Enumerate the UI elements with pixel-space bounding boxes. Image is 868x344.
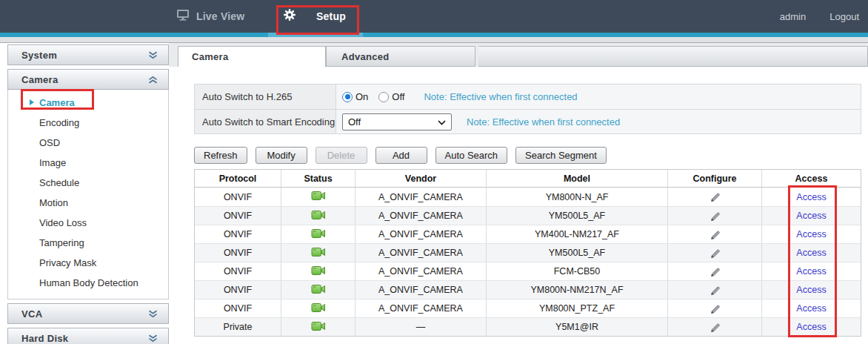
sidebar-item[interactable]: Schedule (8, 173, 168, 193)
add-button[interactable]: Add (375, 147, 427, 164)
cell-status (281, 318, 355, 336)
auto-search-button[interactable]: Auto Search (435, 147, 508, 164)
cell-access: Access (762, 207, 861, 225)
access-link[interactable]: Access (796, 266, 826, 277)
sidebar-section-system[interactable]: System (7, 44, 169, 65)
edit-pencil-icon[interactable] (710, 303, 721, 314)
section-label-system: System (21, 50, 57, 61)
chevron-double-down-icon (148, 334, 158, 343)
cell-configure (668, 281, 762, 299)
access-link[interactable]: Access (796, 303, 826, 314)
h265-label: Auto Switch to H.265 (195, 85, 336, 109)
sidebar-item[interactable]: Privacy Mask (8, 253, 168, 273)
sidebar-section-hard-disk[interactable]: Hard Disk (7, 328, 169, 344)
nav-setup[interactable]: Setup (284, 0, 346, 33)
nav-live-view[interactable]: Live View (176, 0, 244, 33)
cell-model: YM400L-NM217_AF (487, 225, 668, 243)
table-row: ONVIF (195, 206, 861, 225)
tabstrip-filler (478, 46, 868, 67)
cell-access: Access (762, 244, 861, 262)
sidebar-item[interactable]: Camera (8, 93, 168, 113)
cell-vendor: A_ONVIF_CAMERA (355, 225, 487, 243)
sidebar-item[interactable]: Image (8, 153, 168, 173)
access-link[interactable]: Access (796, 285, 826, 295)
edit-pencil-icon[interactable] (710, 191, 721, 202)
sidebar-item-label: Video Loss (39, 217, 87, 228)
cell-model: FCM-CB50 (487, 262, 668, 280)
sidebar-item-label: Camera (39, 97, 75, 108)
refresh-button[interactable]: Refresh (194, 147, 247, 164)
radio-off[interactable] (378, 92, 389, 102)
logout-button[interactable]: Logout (829, 11, 859, 22)
smart-encoding-value: Off (348, 116, 361, 128)
smart-encoding-note: Note: Effective when first connected (467, 116, 620, 128)
access-link[interactable]: Access (796, 322, 826, 332)
cell-protocol: ONVIF (195, 244, 281, 262)
radio-on-selected[interactable] (342, 92, 353, 102)
delete-button[interactable]: Delete (316, 147, 367, 164)
chevron-down-icon (438, 116, 446, 128)
sidebar-item-label: Schedule (39, 177, 79, 188)
table-row: ONVIF (195, 280, 861, 299)
section-label-vca: VCA (21, 308, 42, 320)
monitor-icon (176, 9, 190, 24)
table-row: Private (195, 317, 861, 336)
edit-pencil-icon[interactable] (710, 248, 721, 259)
camera-online-icon (311, 247, 326, 259)
cell-vendor: A_ONVIF_CAMERA (355, 188, 487, 206)
edit-pencil-icon[interactable] (710, 229, 721, 240)
table-header-row: Protocol Status Vendor Model Configure A… (195, 170, 861, 188)
sidebar-item[interactable]: Motion (8, 193, 168, 213)
edit-pencil-icon[interactable] (710, 266, 721, 277)
col-model: Model (487, 170, 668, 187)
cell-configure (668, 225, 762, 243)
camera-table: Protocol Status Vendor Model Configure A… (194, 169, 861, 337)
camera-online-icon (311, 321, 326, 334)
col-protocol: Protocol (195, 170, 281, 187)
sidebar-item-label: OSD (39, 137, 60, 148)
sidebar-item-label: Motion (39, 197, 68, 208)
cell-configure (668, 318, 762, 336)
h265-off-option[interactable]: Off (378, 91, 404, 102)
user-area: admin Logout (780, 0, 859, 33)
cell-vendor: A_ONVIF_CAMERA (355, 300, 487, 317)
smart-encoding-label: Auto Switch to Smart Encoding (195, 110, 336, 133)
cell-access: Access (762, 262, 861, 280)
search-segment-button[interactable]: Search Segment (515, 147, 607, 164)
sidebar-item[interactable]: Encoding (8, 113, 168, 133)
cell-protocol: Private (195, 318, 281, 336)
modify-button[interactable]: Modify (256, 147, 307, 164)
edit-pencil-icon[interactable] (710, 285, 721, 296)
camera-online-icon (311, 191, 326, 203)
access-link[interactable]: Access (796, 192, 826, 202)
access-link[interactable]: Access (796, 229, 826, 239)
col-vendor: Vendor (355, 170, 487, 187)
cell-protocol: ONVIF (195, 207, 281, 225)
camera-toolbar: Refresh Modify Delete Add Auto Search Se… (194, 147, 607, 164)
cell-protocol: ONVIF (195, 281, 281, 299)
cell-vendor: A_ONVIF_CAMERA (355, 281, 487, 299)
cell-status (281, 300, 355, 317)
edit-pencil-icon[interactable] (710, 322, 721, 333)
h265-on-option[interactable]: On (342, 91, 368, 102)
smart-encoding-select[interactable]: Off (342, 113, 452, 130)
cell-configure (668, 244, 762, 262)
h265-off-label: Off (392, 91, 404, 102)
cell-status (281, 188, 355, 206)
col-access: Access (762, 170, 861, 187)
sidebar-section-vca[interactable]: VCA (7, 303, 169, 324)
sidebar-section-camera[interactable]: Camera (7, 69, 169, 90)
sidebar-item[interactable]: OSD (8, 133, 168, 153)
sidebar-item-label: Human Body Detection (39, 277, 138, 288)
access-link[interactable]: Access (796, 211, 826, 221)
tab-advanced[interactable]: Advanced (326, 46, 475, 67)
tab-camera[interactable]: Camera (178, 46, 326, 67)
sidebar-item[interactable]: Video Loss (8, 213, 168, 233)
table-row: ONVIF (195, 243, 861, 262)
edit-pencil-icon[interactable] (710, 211, 721, 222)
setup-label: Setup (316, 10, 346, 22)
sidebar-item[interactable]: Human Body Detection (8, 273, 168, 293)
table-body: ONVIF (195, 188, 861, 336)
sidebar-item[interactable]: Tampering (8, 233, 168, 253)
access-link[interactable]: Access (796, 248, 826, 258)
